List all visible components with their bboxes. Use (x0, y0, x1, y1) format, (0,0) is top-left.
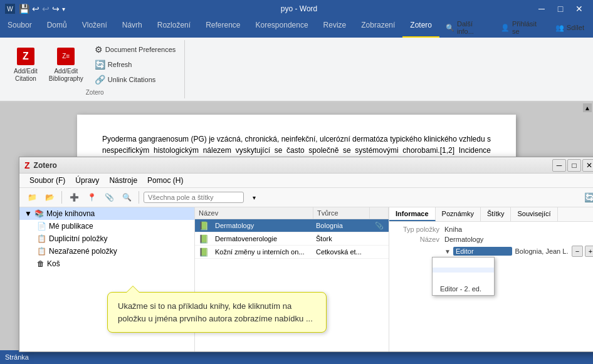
doc-preferences-button[interactable]: ⚙ Document Preferences (91, 43, 180, 56)
share-button[interactable]: 👥 Sdílet (549, 21, 590, 34)
add-citation-label: Add/EditCitation (14, 68, 38, 83)
col-title[interactable]: Název (195, 207, 313, 219)
tab-domu[interactable]: Domů (39, 18, 75, 38)
quick-access-toolbar: 💾 ↩ ↩ ↪ ▾ (19, 4, 65, 14)
redo-icon[interactable]: ↪ (52, 4, 60, 14)
editor-plus-button[interactable]: + (585, 246, 593, 257)
dropdown-item-prispevatel[interactable] (433, 263, 494, 268)
search-mode-button[interactable]: ▾ (246, 190, 261, 204)
dropdown-item-editor-2ed[interactable]: Editor - 2. ed. (433, 283, 494, 295)
dropdown-item-autor[interactable] (433, 257, 494, 263)
tab-zobrazeni[interactable]: Zobrazení (354, 18, 402, 38)
zotero-maximize-button[interactable]: □ (567, 159, 581, 172)
add-bibliography-label: Add/EditBibliography (49, 68, 83, 83)
unlink-citations-button[interactable]: 🔗 Unlink Citations (91, 73, 180, 86)
my-publications-icon: 📄 (37, 222, 46, 231)
more-info-button[interactable]: 🔍 Další info... (439, 18, 490, 38)
library-tree-item-trash[interactable]: 🗑 Koš (19, 257, 194, 270)
editor-minus-button[interactable]: − (572, 246, 583, 257)
unlink-icon: 🔗 (95, 75, 105, 85)
zotero-minimize-button[interactable]: ─ (552, 159, 566, 172)
zotero-menu-soubor[interactable]: Soubor (F) (24, 175, 70, 186)
locate-button[interactable]: 📍 (84, 190, 99, 204)
item-title-kozni: Kožní změny u interních on... (213, 246, 313, 258)
zotero-info-panel: Informace Poznámky Štítky Související Ty… (389, 207, 593, 351)
tab-navrh[interactable]: Návrh (115, 18, 150, 38)
title-bar: W 💾 ↩ ↩ ↪ ▾ pyo - Word ─ □ ✕ (0, 0, 593, 18)
login-button[interactable]: 👤 Přihlásit se (495, 18, 544, 38)
title-bar-left: W 💾 ↩ ↩ ↪ ▾ (5, 4, 65, 14)
toolbar-separator-1 (61, 191, 62, 204)
attachment-button[interactable]: 📎 (102, 190, 117, 204)
add-edit-citation-button[interactable]: Z Add/EditCitation (10, 44, 41, 85)
tab-informace[interactable]: Informace (389, 207, 436, 221)
item-author-dermatology: Bolognia (313, 219, 370, 232)
info-icon: 🔍 (446, 24, 454, 32)
tab-reference[interactable]: Reference (198, 18, 248, 38)
add-citation-icon: Z (16, 46, 36, 66)
login-label: Přihlásit se (512, 20, 538, 35)
zotero-menu-nastroje[interactable]: Nástroje (104, 175, 142, 186)
word-icon: W (5, 4, 15, 14)
col-author[interactable]: Tvůrce (313, 207, 370, 219)
editor-name-value[interactable]: Bolognia, Jean L. (515, 247, 569, 255)
item-icon-book-2: 📗 (195, 234, 213, 244)
library-tree-item-duplicates[interactable]: 📋 Duplicitní položky (19, 232, 194, 245)
item-author-kozni: Cetkovská et... (313, 246, 370, 258)
unfiled-label: Nezařazené položky (49, 247, 117, 256)
tab-rozlozeni[interactable]: Rozložení (150, 18, 198, 38)
close-button[interactable]: ✕ (570, 0, 588, 18)
library-tree-item-my-publications[interactable]: 📄 Mé publikace (19, 220, 194, 232)
tab-souvisejici[interactable]: Související (511, 207, 557, 221)
library-tree-item-unfiled[interactable]: 📋 Nezařazené položky (19, 245, 194, 257)
item-row-dermatology[interactable]: 📗 Dermatology Bolognia 📎 (195, 219, 389, 232)
scroll-up-arrow[interactable]: ▲ (583, 103, 592, 112)
save-icon[interactable]: 💾 (19, 4, 29, 14)
preferences-icon: ⚙ (95, 44, 103, 55)
value-type[interactable]: Kniha (444, 226, 593, 233)
group-label: Zotero (86, 89, 104, 96)
zotero-menu-upravy[interactable]: Úpravy (70, 175, 104, 186)
tab-vlozeni[interactable]: Vložení (75, 18, 115, 38)
item-icon-book-3: 📗 (195, 247, 213, 257)
zotero-close-button[interactable]: ✕ (582, 159, 593, 172)
window-title: pyo - Word (65, 4, 533, 13)
my-publications-label: Mé publikace (49, 222, 93, 231)
library-label: Moje knihovna (46, 209, 95, 218)
advanced-search-button[interactable]: 🔍 (119, 190, 134, 204)
tab-zotero[interactable]: Zotero (402, 18, 439, 38)
minimize-button[interactable]: ─ (533, 0, 550, 18)
zotero-title: Zotero (34, 161, 57, 170)
dropdown-item-editor-serie[interactable] (433, 273, 494, 278)
add-edit-bibliography-button[interactable]: Z≡ Add/EditBibliography (45, 44, 87, 85)
doc-preferences-label: Document Preferences (105, 46, 176, 53)
library-tree-item-root[interactable]: ▼ 📚 Moje knihovna (19, 207, 194, 220)
item-row-kozni[interactable]: 📗 Kožní změny u interních on... Cetkovsk… (195, 246, 389, 259)
new-library-button[interactable]: 📁 (24, 190, 39, 204)
tab-stitky[interactable]: Štítky (481, 207, 512, 221)
value-title[interactable]: Dermatology (444, 236, 593, 243)
tab-korespondence[interactable]: Korespondence (248, 18, 316, 38)
refresh-button[interactable]: 🔄 Refresh (91, 58, 180, 71)
zotero-menu-pomoc[interactable]: Pomoc (H) (142, 175, 188, 186)
new-collection-button[interactable]: 📂 (42, 190, 57, 204)
search-input[interactable] (144, 192, 244, 203)
tab-poznamky[interactable]: Poznámky (436, 207, 481, 221)
tab-soubor[interactable]: Soubor (0, 18, 39, 38)
duplicates-icon: 📋 (37, 234, 46, 243)
new-item-button[interactable]: ➕ (66, 190, 81, 204)
dropdown-item-prekladatel[interactable] (433, 278, 494, 283)
ribbon-content: Z Add/EditCitation Z≡ Add/EditBibliograp… (0, 38, 593, 101)
editor-role-label[interactable]: Editor (453, 247, 513, 256)
sync-button[interactable]: 🔄 (582, 190, 593, 204)
expand-icon: ▼ (24, 209, 32, 218)
undo-icon[interactable]: ↩ (32, 4, 39, 14)
dropdown-item-editor[interactable] (433, 268, 494, 273)
item-row-dermatovenerologie[interactable]: 📗 Dermatovenerologie Štork (195, 232, 389, 246)
zotero-window-controls: ─ □ ✕ (552, 159, 593, 172)
maximize-button[interactable]: □ (552, 0, 569, 18)
dropdown-arrow-icon[interactable]: ▼ (444, 248, 451, 255)
tab-revize[interactable]: Revize (316, 18, 354, 38)
refresh-label: Refresh (108, 61, 132, 68)
ribbon-group-items: Z Add/EditCitation Z≡ Add/EditBibliograp… (10, 43, 179, 86)
